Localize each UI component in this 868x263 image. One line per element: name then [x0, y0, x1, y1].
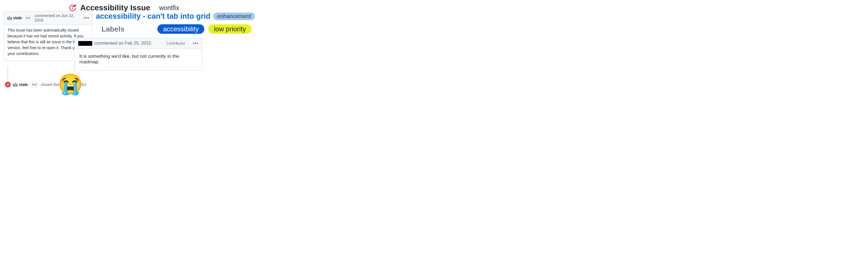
comment-author-link[interactable]: stale [13, 15, 22, 20]
enhancement-badge: enhancement [213, 12, 255, 20]
bot-avatar-icon: 🤖 [12, 83, 17, 87]
redacted-username [78, 41, 92, 46]
crying-emoji-icon: 😭 [58, 74, 83, 94]
bot-badge: bot [30, 82, 39, 88]
labels-heading: Labels [101, 25, 124, 33]
comment-header: commented on Feb 25, 2015 Contributor ••… [75, 38, 202, 48]
svg-rect-1 [72, 7, 73, 9]
issue-closed-icon [69, 4, 76, 11]
labels-pills: accessibility low priority [157, 24, 251, 34]
comment-header: 🤖 stale bot commented on Jun 22, 2018 ••… [4, 11, 92, 25]
svg-point-0 [72, 6, 73, 7]
label-low-priority[interactable]: low priority [208, 24, 251, 34]
linked-issue-row: accessibility - can't tab into grid enha… [95, 12, 256, 21]
contributor-comment: commented on Feb 25, 2015 Contributor ••… [74, 38, 202, 71]
event-author-link[interactable]: stale [19, 83, 28, 87]
comment-actions-kebab-icon[interactable]: ••• [84, 15, 89, 21]
contributor-badge: Contributor [163, 40, 188, 46]
comment-timestamp: commented on Feb 25, 2015 [94, 41, 151, 46]
issue-label-wontfix: wontfix [159, 4, 179, 12]
comment-actions-kebab-icon[interactable]: ••• [193, 41, 198, 46]
closed-icon [5, 82, 11, 88]
comment-body: It is something we'd like, but not curre… [75, 48, 202, 70]
timeline-connector [7, 66, 8, 82]
comment-timestamp: commented on Jun 22, 2018 [35, 13, 82, 22]
bot-avatar-icon: 🤖 [7, 15, 11, 20]
svg-line-3 [7, 84, 9, 86]
label-accessibility[interactable]: accessibility [157, 24, 204, 34]
linked-issue-link[interactable]: accessibility - can't tab into grid [96, 12, 211, 21]
labels-section: Labels accessibility low priority [101, 24, 251, 34]
bot-badge: bot [24, 15, 33, 21]
